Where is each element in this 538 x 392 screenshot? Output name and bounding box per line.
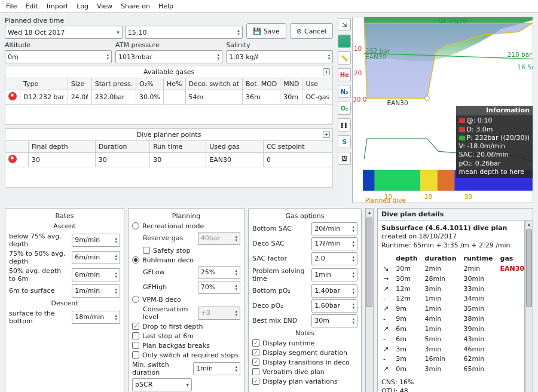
delete-icon[interactable] — [8, 155, 17, 163]
menu-log[interactable]: Log — [77, 2, 88, 10]
pt-col-del — [5, 141, 29, 153]
menu-help[interactable]: Help — [158, 2, 173, 10]
pt-run[interactable]: 30 — [150, 153, 206, 167]
minswitch-spin[interactable]: 1min▴▾ — [193, 362, 240, 375]
tool-ruler-icon[interactable]: 📏 — [338, 51, 351, 65]
probtime-spin[interactable]: 1min▴▾ — [311, 268, 357, 281]
ascent-0-spin[interactable]: 9m/min▴▾ — [72, 234, 120, 247]
scroll-thumb[interactable] — [366, 218, 372, 307]
delete-icon[interactable] — [8, 92, 17, 100]
gflow-spin[interactable]: 25%▴▾ — [198, 266, 240, 279]
gflow-label: GFLow — [143, 268, 194, 276]
gas-start[interactable]: 232.0bar — [91, 90, 136, 105]
tool-o2-icon[interactable]: O₂ — [338, 102, 351, 115]
descent-spin[interactable]: 18m/min▴▾ — [72, 311, 120, 324]
pt-dur[interactable]: 30 — [95, 153, 149, 167]
scroll-thumb[interactable] — [526, 229, 532, 307]
note-segment-check[interactable]: Display segment duration — [252, 349, 357, 357]
gas-row[interactable]: D12 232 bar 24.0ℓ 232.0bar 30.0% 54m 36m… — [5, 90, 333, 105]
probtime-label: Problem solving time — [252, 267, 308, 283]
note-variations-check[interactable]: Display plan variations — [252, 378, 357, 385]
tool-s-icon[interactable]: S — [338, 135, 351, 148]
scroll-up-icon[interactable]: ▴ — [525, 220, 533, 229]
altitude-spin[interactable]: 0m ▴▾ — [5, 50, 112, 63]
dive-profile-graph[interactable]: 10 20 30.0 GF 25/70 232 bar EAN30 218 ba… — [352, 17, 533, 203]
pt-cc[interactable]: 0 — [263, 153, 332, 167]
pt-depth[interactable]: 30 — [28, 153, 95, 167]
details-heading: Subsurface (4.6.4.1011) dive plan — [381, 224, 507, 232]
atm-spin[interactable]: 1013mbar ▴▾ — [115, 50, 222, 63]
ascent-3-spin[interactable]: 1m/min▴▾ — [72, 284, 120, 298]
points-header: Dive planner points + — [5, 128, 333, 140]
cancel-button[interactable]: ⊘ Cancel — [290, 23, 333, 39]
tool-profile-icon[interactable] — [338, 35, 351, 48]
last6-check[interactable]: Last stop at 6m — [132, 332, 240, 340]
details-otu: OTU: 48 — [381, 387, 521, 392]
gas-size[interactable]: 24.0ℓ — [68, 90, 91, 105]
note-verbatim-check[interactable]: Verbatim dive plan — [252, 368, 357, 376]
note-trans-check[interactable]: Display transitions in deco — [252, 359, 357, 366]
vpm-radio[interactable]: VPM-B deco — [132, 296, 240, 304]
safety-check[interactable]: Safety stop — [132, 247, 240, 255]
sacfactor-spin[interactable]: 2.0▴▾ — [311, 252, 357, 265]
gas-he[interactable] — [164, 90, 186, 105]
gas-mnd[interactable]: 30m — [280, 90, 302, 105]
svg-text:GF 25/70: GF 25/70 — [439, 17, 467, 24]
gas-mod[interactable]: 36m — [243, 90, 280, 105]
details-scrollbar[interactable]: ▴ ▾ — [525, 220, 533, 392]
gas-col-he: He% — [164, 78, 186, 90]
menu-import[interactable]: Import — [47, 2, 69, 10]
gas-type[interactable]: D12 232 bar — [20, 90, 68, 105]
date-combo[interactable]: Wed 18 Oct 2017 ▾ — [5, 26, 123, 39]
chevron-down-icon: ▾ — [117, 30, 120, 34]
add-point-button[interactable]: + — [323, 131, 330, 138]
botsac-spin[interactable]: 20ℓ/min▴▾ — [311, 222, 357, 235]
tool-n2-icon[interactable]: N₂ — [338, 85, 351, 98]
gfhigh-spin[interactable]: 70%▴▾ — [198, 281, 240, 294]
spin-arrows-icon: ▴▾ — [328, 53, 331, 60]
tool-bar-icon[interactable]: ⫿⫿ — [338, 118, 351, 131]
decopo2-spin[interactable]: 1.60bar▴▾ — [311, 299, 357, 313]
backgas-check[interactable]: Plan backgas breaks — [132, 342, 240, 350]
gas-use[interactable]: OC-gas — [302, 90, 333, 105]
menu-share[interactable]: Share on — [121, 2, 150, 10]
menu-file[interactable]: File — [6, 2, 17, 10]
svg-text:EAN30: EAN30 — [387, 99, 408, 106]
deco-row: ↗6m1min39min — [381, 324, 525, 335]
menu-edit[interactable]: Edit — [25, 2, 38, 10]
ascent-2-spin[interactable]: 6m/min▴▾ — [72, 268, 120, 281]
tool-he-icon[interactable]: He — [338, 68, 351, 81]
bestmix-spin[interactable]: 30m▴▾ — [311, 314, 357, 327]
ascent-3-label: 6m to surface — [9, 287, 68, 295]
drop-check[interactable]: Drop to first depth — [132, 323, 240, 330]
botpo2-spin[interactable]: 1.40bar▴▾ — [311, 284, 357, 298]
pt-gas[interactable]: EAN30 — [206, 153, 264, 167]
date-value: Wed 18 Oct 2017 — [8, 29, 65, 36]
recreational-radio[interactable]: Recreational mode — [132, 222, 240, 230]
save-button[interactable]: 💾 Save — [246, 23, 286, 39]
decosac-spin[interactable]: 17ℓ/min▴▾ — [311, 237, 357, 250]
scroll-up-icon[interactable]: ▴ — [366, 209, 373, 217]
salinity-value: 1.03 kg/ℓ — [229, 53, 259, 61]
point-row[interactable]: 30 30 30 EAN30 0 — [5, 153, 333, 167]
gas-o2[interactable]: 30.0% — [136, 90, 164, 105]
salinity-spin[interactable]: 1.03 kg/ℓ ▴▾ — [226, 50, 333, 63]
gas-switch[interactable]: 54m — [185, 90, 242, 105]
onlyswitch-check[interactable]: Only switch at required stops — [132, 351, 240, 359]
reserve-spin: 40bar▴▾ — [198, 232, 240, 245]
middle-scrollbar[interactable]: ▴ ▾ — [365, 208, 374, 392]
notes-title: Notes — [252, 329, 357, 337]
details-title: Dive plan details — [377, 208, 533, 220]
note-runtime-check[interactable]: Display runtime — [252, 339, 357, 347]
cons-spin: +3▴▾ — [198, 307, 240, 320]
tool-photo-icon[interactable]: 🖼 — [338, 152, 351, 165]
time-spin[interactable]: 15:10 ▴▾ — [125, 26, 243, 39]
pscr-combo[interactable]: pSCR▾ — [132, 378, 192, 391]
tool-scale-icon[interactable]: ⇲ — [338, 18, 351, 31]
buhlmann-radio[interactable]: Bühlmann deco — [132, 256, 240, 264]
menu-view[interactable]: View — [97, 2, 112, 10]
add-gas-button[interactable]: + — [323, 68, 330, 75]
decosac-label: Deco SAC — [252, 240, 308, 247]
gases-table: Type Size Start press. O₂% He% Deco. swi… — [5, 78, 333, 125]
ascent-1-spin[interactable]: 6m/min▴▾ — [72, 251, 120, 264]
